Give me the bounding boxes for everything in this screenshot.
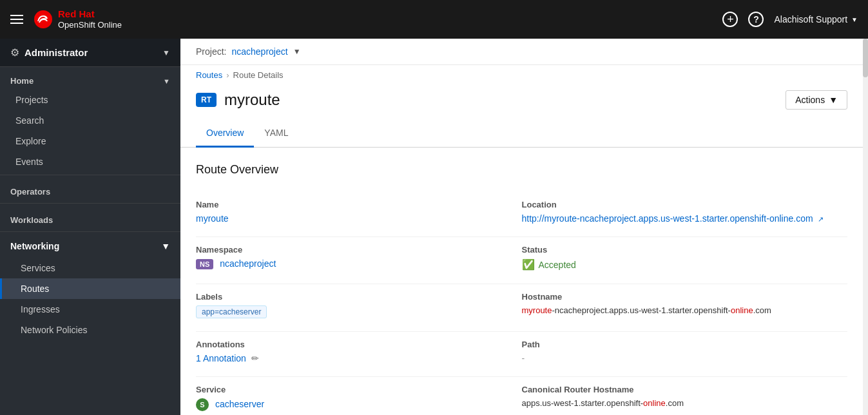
section-title: Route Overview	[196, 163, 847, 177]
topbar-actions: + ? Alachisoft Support ▼	[722, 12, 858, 27]
namespace-link[interactable]: ncacheproject	[220, 258, 276, 269]
edit-icon[interactable]: ✏	[251, 353, 259, 363]
admin-selector[interactable]: ⚙ Administrator ▼	[0, 39, 180, 67]
tab-yaml-label: YAML	[264, 128, 288, 138]
scrollbar[interactable]	[863, 39, 868, 415]
detail-path: Path -	[522, 332, 848, 377]
canonical-hostname-label: Canonical Router Hostname	[522, 385, 848, 394]
path-label: Path	[522, 340, 848, 349]
sidebar-item-search[interactable]: Search	[0, 110, 180, 131]
tab-yaml[interactable]: YAML	[254, 120, 298, 148]
breadcrumb-separator: ›	[226, 70, 229, 80]
topbar: Red Hat OpenShift Online + ? Alachisoft …	[0, 0, 868, 39]
detail-annotations: Annotations 1 Annotation ✏	[196, 332, 522, 377]
actions-caret-icon: ▼	[829, 95, 838, 105]
hostname-part3: online	[731, 305, 753, 315]
label-tag: app=cacheserver	[196, 305, 267, 318]
sidebar: ⚙ Administrator ▼ Home ▼ Projects Search…	[0, 39, 180, 415]
brand-logo: Red Hat OpenShift Online	[34, 8, 122, 30]
breadcrumb-routes[interactable]: Routes	[196, 70, 222, 80]
project-name[interactable]: ncacheproject	[231, 46, 287, 57]
annotations-link[interactable]: 1 Annotation	[196, 353, 246, 363]
sidebar-item-events[interactable]: Events	[0, 151, 180, 172]
service-label: Service	[196, 385, 496, 394]
page-title-area: RT myroute	[196, 91, 280, 109]
breadcrumb: Routes › Route Details	[180, 65, 863, 85]
scrollbar-thumb[interactable]	[863, 39, 868, 77]
add-button[interactable]: +	[722, 12, 738, 27]
path-value: -	[522, 353, 848, 363]
sidebar-item-services[interactable]: Services	[0, 258, 180, 278]
detail-hostname: Hostname myroute-ncacheproject.apps.us-w…	[522, 284, 848, 332]
content-area: Route Overview Name myroute Location htt…	[180, 148, 863, 415]
status-icon: ✅	[522, 258, 535, 271]
hostname-value: myroute-ncacheproject.apps.us-west-1.sta…	[522, 305, 848, 315]
name-value: myroute	[196, 213, 496, 224]
sidebar-item-label: Routes	[21, 284, 49, 294]
canonical-hostname-value: apps.us-west-1.starter.openshift-online.…	[522, 398, 848, 408]
sidebar-section-operators[interactable]: Operators	[0, 178, 180, 200]
hamburger-menu[interactable]	[10, 15, 23, 24]
details-grid: Name myroute Location http://myroute-nca…	[196, 192, 847, 415]
sidebar-item-label: Network Policies	[21, 325, 87, 335]
namespace-label: Namespace	[196, 245, 496, 255]
actions-label: Actions	[795, 95, 825, 105]
page-title: myroute	[224, 91, 280, 109]
sidebar-section-workloads[interactable]: Workloads	[0, 206, 180, 229]
sidebar-item-label: Search	[15, 115, 44, 126]
sidebar-item-label: Services	[21, 263, 55, 273]
status-text: Accepted	[539, 260, 576, 270]
location-value: http://myroute-ncacheproject.apps.us-wes…	[522, 213, 848, 224]
canonical-part1: apps.us-west-1.starter.openshift-	[522, 398, 644, 408]
sidebar-item-network-policies[interactable]: Network Policies	[0, 320, 180, 340]
annotations-value: 1 Annotation ✏	[196, 353, 496, 363]
canonical-part3: .com	[666, 398, 684, 408]
sidebar-item-explore[interactable]: Explore	[0, 131, 180, 151]
actions-button[interactable]: Actions ▼	[786, 90, 847, 110]
sidebar-section-home[interactable]: Home ▼	[0, 67, 180, 90]
brand-name: Red Hat OpenShift Online	[58, 8, 122, 30]
sidebar-item-label: Explore	[15, 136, 46, 146]
project-dropdown-button[interactable]: ▼	[293, 47, 301, 56]
user-menu-caret: ▼	[851, 16, 858, 23]
detail-service: Service S cacheserver	[196, 377, 522, 415]
location-link[interactable]: http://myroute-ncacheproject.apps.us-wes…	[522, 213, 813, 224]
tab-overview-label: Overview	[206, 128, 244, 138]
hostname-part2: -ncacheproject.apps.us-west-1.starter.op…	[552, 305, 730, 315]
tab-overview[interactable]: Overview	[196, 120, 254, 148]
sidebar-item-label: Events	[15, 157, 43, 167]
sidebar-section-networking[interactable]: Networking ▼	[0, 235, 180, 258]
name-link[interactable]: myroute	[196, 213, 229, 224]
redhat-logo-icon	[34, 10, 53, 29]
labels-value: app=cacheserver	[196, 305, 496, 318]
status-value: ✅ Accepted	[522, 258, 848, 271]
namespace-value: NS ncacheproject	[196, 258, 496, 269]
tabs-bar: Overview YAML	[180, 120, 863, 148]
detail-labels: Labels app=cacheserver	[196, 284, 522, 332]
sidebar-item-label: Ingresses	[21, 304, 60, 314]
location-label: Location	[522, 200, 848, 209]
page-header: RT myroute Actions ▼	[180, 85, 863, 120]
admin-label: Administrator	[24, 47, 157, 58]
admin-caret: ▼	[162, 48, 170, 57]
sidebar-item-routes[interactable]: Routes	[0, 278, 180, 299]
divider-3	[0, 231, 180, 232]
service-badge: S	[196, 398, 209, 411]
detail-namespace: Namespace NS ncacheproject	[196, 237, 522, 284]
project-prefix: Project:	[196, 46, 226, 57]
hostname-part1: myroute	[522, 305, 552, 315]
help-button[interactable]: ?	[748, 12, 764, 27]
project-bar: Project: ncacheproject ▼	[180, 39, 863, 65]
name-label: Name	[196, 200, 496, 209]
sidebar-item-ingresses[interactable]: Ingresses	[0, 299, 180, 320]
detail-canonical-hostname: Canonical Router Hostname apps.us-west-1…	[522, 377, 848, 415]
divider-1	[0, 175, 180, 175]
annotations-label: Annotations	[196, 340, 496, 349]
hostname-label: Hostname	[522, 292, 848, 302]
networking-caret: ▼	[161, 241, 170, 251]
service-link[interactable]: cacheserver	[215, 399, 264, 409]
labels-label: Labels	[196, 292, 496, 302]
sidebar-item-projects[interactable]: Projects	[0, 90, 180, 110]
detail-name: Name myroute	[196, 192, 522, 237]
user-menu[interactable]: Alachisoft Support ▼	[774, 14, 858, 24]
